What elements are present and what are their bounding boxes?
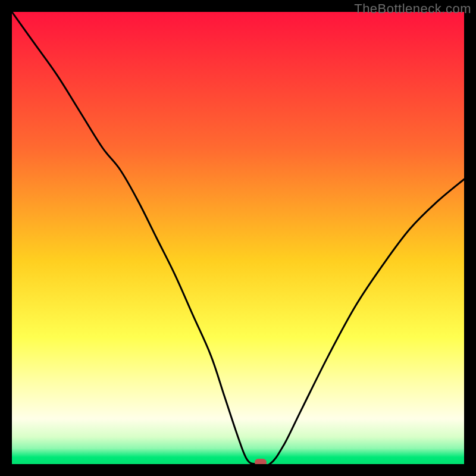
chart-frame: TheBottleneck.com: [0, 0, 476, 476]
chart-svg: [12, 12, 464, 464]
gradient-background: [12, 12, 464, 464]
plot-area: [12, 12, 464, 464]
optimal-marker: [255, 459, 267, 464]
watermark-text: TheBottleneck.com: [354, 1, 471, 17]
